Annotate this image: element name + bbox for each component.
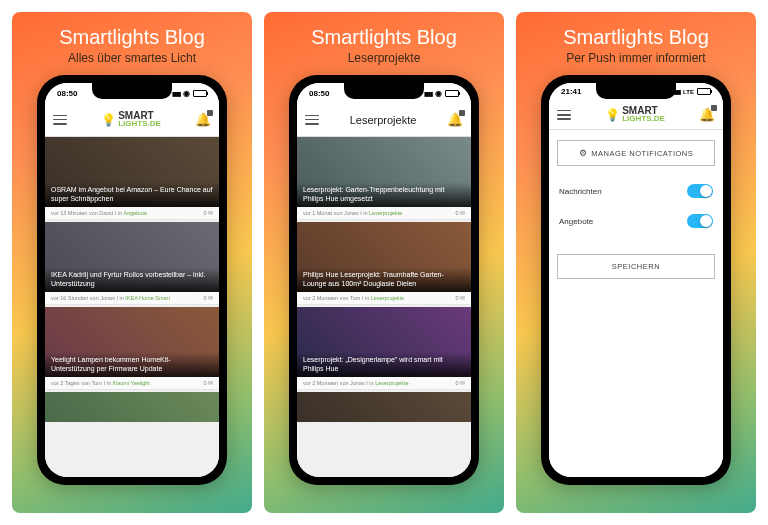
app-bar: 💡 SMARTLIGHTS.DE 🔔 bbox=[45, 103, 219, 137]
phone-screen: 21:41 LTE 💡 SMARTLIGHTS.DE 🔔 bbox=[549, 83, 723, 477]
setting-label: Nachrichten bbox=[559, 187, 602, 196]
hamburger-icon[interactable] bbox=[557, 110, 571, 120]
status-right: LTE bbox=[672, 87, 711, 96]
setting-row-angebote: Angebote bbox=[557, 206, 715, 236]
card-headline: Leserprojekt: Garten-Treppenbeleuchtung … bbox=[297, 182, 471, 207]
promo-panel-1: Smartlights Blog Alles über smartes Lich… bbox=[12, 12, 252, 513]
feed-card[interactable] bbox=[297, 392, 471, 422]
card-meta: vor 2 Tagen von Tom I in Xiaomi Yeelight… bbox=[45, 377, 219, 390]
bulb-icon: 💡 bbox=[101, 113, 116, 127]
battery-icon bbox=[193, 90, 207, 97]
feed-card[interactable]: OSRAM im Angebot bei Amazon – Eure Chanc… bbox=[45, 137, 219, 220]
app-logo[interactable]: 💡 SMARTLIGHTS.DE bbox=[605, 106, 665, 123]
panel-title: Smartlights Blog bbox=[59, 26, 205, 49]
panel-subtitle: Per Push immer informiert bbox=[566, 51, 705, 65]
feed-card[interactable] bbox=[45, 392, 219, 422]
status-time: 21:41 bbox=[561, 87, 581, 96]
bell-icon[interactable]: 🔔 bbox=[195, 112, 211, 127]
card-image: Leserprojekt: „Designerlampe" wird smart… bbox=[297, 307, 471, 377]
wifi-icon bbox=[435, 89, 442, 98]
feed-card[interactable]: IKEA Kadrilj und Fyrtur Rollos vorbestel… bbox=[45, 222, 219, 305]
card-image: OSRAM im Angebot bei Amazon – Eure Chanc… bbox=[45, 137, 219, 207]
phone-frame: 08:50 Leserprojekte 🔔 Leserprojek bbox=[289, 75, 479, 485]
promo-panel-2: Smartlights Blog Leserprojekte 08:50 Les… bbox=[264, 12, 504, 513]
wifi-icon bbox=[183, 89, 190, 98]
promo-panel-3: Smartlights Blog Per Push immer informie… bbox=[516, 12, 756, 513]
phone-frame: 08:50 💡 SMARTLIGHTS.DE 🔔 bbox=[37, 75, 227, 485]
phone-notch bbox=[344, 83, 424, 99]
status-right bbox=[424, 89, 459, 98]
battery-icon bbox=[445, 90, 459, 97]
screenshot-row: Smartlights Blog Alles über smartes Lich… bbox=[0, 0, 768, 525]
toggle-angebote[interactable] bbox=[687, 214, 713, 228]
bell-icon[interactable]: 🔔 bbox=[699, 107, 715, 122]
bell-icon[interactable]: 🔔 bbox=[447, 112, 463, 127]
setting-row-nachrichten: Nachrichten bbox=[557, 176, 715, 206]
panel-subtitle: Leserprojekte bbox=[348, 51, 421, 65]
status-right bbox=[172, 89, 207, 98]
card-image: Yeelight Lampen bekommen HomeKit-Unterst… bbox=[45, 307, 219, 377]
phone-notch bbox=[596, 83, 676, 99]
card-meta: vor 1 Monat von Jonas I in Leserprojekte… bbox=[297, 207, 471, 220]
signal-icon bbox=[172, 89, 180, 98]
hamburger-icon[interactable] bbox=[305, 115, 319, 125]
panel-title: Smartlights Blog bbox=[311, 26, 457, 49]
battery-icon bbox=[697, 88, 711, 95]
setting-label: Angebote bbox=[559, 217, 593, 226]
feed-card[interactable]: Yeelight Lampen bekommen HomeKit-Unterst… bbox=[45, 307, 219, 390]
panel-subtitle: Alles über smartes Licht bbox=[68, 51, 196, 65]
card-image bbox=[297, 392, 471, 422]
card-meta: vor 16 Stunden von Jonas I in IKEA Home … bbox=[45, 292, 219, 305]
manage-notifications-button[interactable]: ⚙ MANAGE NOTIFICATIONS bbox=[557, 140, 715, 166]
toggle-nachrichten[interactable] bbox=[687, 184, 713, 198]
save-button[interactable]: SPEICHERN bbox=[557, 254, 715, 279]
lte-label: LTE bbox=[683, 89, 694, 95]
screen-title: Leserprojekte bbox=[350, 114, 417, 126]
feed-list[interactable]: OSRAM im Angebot bei Amazon – Eure Chanc… bbox=[45, 137, 219, 477]
app-logo[interactable]: 💡 SMARTLIGHTS.DE bbox=[101, 111, 161, 128]
phone-screen: 08:50 💡 SMARTLIGHTS.DE 🔔 bbox=[45, 83, 219, 477]
card-headline: Philips Hue Leserprojekt: Traumhafte Gar… bbox=[297, 267, 471, 292]
card-headline: OSRAM im Angebot bei Amazon – Eure Chanc… bbox=[45, 182, 219, 207]
card-headline: Yeelight Lampen bekommen HomeKit-Unterst… bbox=[45, 352, 219, 377]
feed-list[interactable]: Leserprojekt: Garten-Treppenbeleuchtung … bbox=[297, 137, 471, 477]
feed-card[interactable]: Leserprojekt: „Designerlampe" wird smart… bbox=[297, 307, 471, 390]
gear-icon: ⚙ bbox=[579, 148, 588, 158]
feed-card[interactable]: Leserprojekt: Garten-Treppenbeleuchtung … bbox=[297, 137, 471, 220]
status-time: 08:50 bbox=[57, 89, 77, 98]
bulb-icon: 💡 bbox=[605, 108, 620, 122]
settings-screen: ⚙ MANAGE NOTIFICATIONS Nachrichten Angeb… bbox=[549, 130, 723, 477]
card-headline: IKEA Kadrilj und Fyrtur Rollos vorbestel… bbox=[45, 267, 219, 292]
phone-screen: 08:50 Leserprojekte 🔔 Leserprojek bbox=[297, 83, 471, 477]
card-headline: Leserprojekt: „Designerlampe" wird smart… bbox=[297, 352, 471, 377]
app-bar: Leserprojekte 🔔 bbox=[297, 103, 471, 137]
app-bar: 💡 SMARTLIGHTS.DE 🔔 bbox=[549, 100, 723, 130]
card-image bbox=[45, 392, 219, 422]
phone-notch bbox=[92, 83, 172, 99]
panel-title: Smartlights Blog bbox=[563, 26, 709, 49]
feed-card[interactable]: Philips Hue Leserprojekt: Traumhafte Gar… bbox=[297, 222, 471, 305]
card-meta: vor 13 Minuten von David I in Angebote 0… bbox=[45, 207, 219, 220]
card-image: Leserprojekt: Garten-Treppenbeleuchtung … bbox=[297, 137, 471, 207]
signal-icon bbox=[424, 89, 432, 98]
card-meta: vor 2 Monaten von Tom I in Leserprojekte… bbox=[297, 292, 471, 305]
card-meta: vor 2 Monaten von Jonas I in Leserprojek… bbox=[297, 377, 471, 390]
card-image: IKEA Kadrilj und Fyrtur Rollos vorbestel… bbox=[45, 222, 219, 292]
card-image: Philips Hue Leserprojekt: Traumhafte Gar… bbox=[297, 222, 471, 292]
hamburger-icon[interactable] bbox=[53, 115, 67, 125]
status-time: 08:50 bbox=[309, 89, 329, 98]
phone-frame: 21:41 LTE 💡 SMARTLIGHTS.DE 🔔 bbox=[541, 75, 731, 485]
